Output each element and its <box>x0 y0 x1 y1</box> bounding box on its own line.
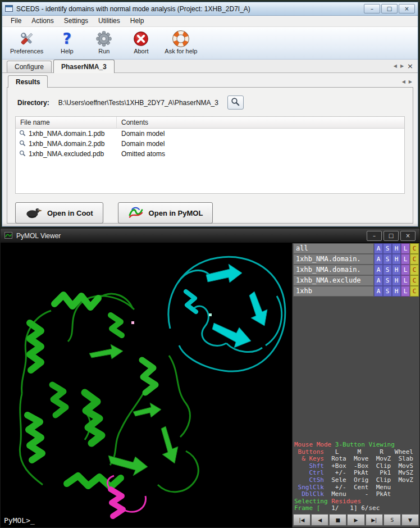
object-color-button[interactable]: C <box>410 275 419 286</box>
pymol-maximize-button[interactable]: □ <box>384 231 399 241</box>
vcr-menu-button[interactable]: ▼ <box>401 514 419 526</box>
object-action-button[interactable]: A <box>374 275 383 286</box>
gear-icon <box>95 30 113 48</box>
object-hide-button[interactable]: H <box>392 265 401 275</box>
viewport-3d[interactable]: PyMOL>_ <box>1 243 292 527</box>
results-next-icon[interactable]: ▶ <box>409 80 412 84</box>
object-name[interactable]: 1xhb_NMA.domain. <box>293 265 374 275</box>
tab-results[interactable]: Results <box>8 75 48 88</box>
object-color-button[interactable]: C <box>410 243 419 254</box>
magnifier-icon <box>19 130 26 138</box>
vcr-rewind-button[interactable]: |◀ <box>293 514 311 526</box>
object-name[interactable]: 1xhb_NMA.exclude <box>293 275 374 286</box>
object-action-button[interactable]: A <box>374 286 383 297</box>
results-prev-icon[interactable]: ◀ <box>402 80 405 84</box>
browse-directory-button[interactable] <box>227 95 244 110</box>
tab-next-icon[interactable]: ▶ <box>400 64 404 69</box>
protein-ribbon-graphic <box>1 243 292 528</box>
object-label-button[interactable]: L <box>401 243 410 254</box>
minimize-button[interactable]: – <box>364 4 380 13</box>
vcr-stop-button[interactable]: ■ <box>329 514 346 526</box>
vcr-scene-button[interactable]: S <box>384 514 401 526</box>
pymol-titlebar[interactable]: PyMOL Viewer – □ × <box>1 229 419 243</box>
menu-settings[interactable]: Settings <box>59 16 93 26</box>
object-name[interactable]: all <box>293 243 374 254</box>
close-icon: × <box>404 6 409 12</box>
file-contents: Domain model <box>117 140 404 148</box>
vcr-forward-button[interactable]: ▶| <box>366 514 383 526</box>
close-icon: × <box>405 233 410 239</box>
object-show-button[interactable]: S <box>383 286 392 297</box>
pymol-minimize-button[interactable]: – <box>367 231 382 241</box>
file-contents: Domain model <box>117 130 404 138</box>
object-name[interactable]: 1xhb_NMA.domain. <box>293 254 374 265</box>
object-name[interactable]: 1xhb <box>293 286 374 297</box>
object-hide-button[interactable]: H <box>392 286 401 297</box>
object-label-button[interactable]: L <box>401 275 410 286</box>
ask-for-help-button[interactable]: Ask for help <box>162 29 199 55</box>
pymol-side-panel: all A S H L C 1xhb_NMA.domain. A S H L C… <box>292 243 419 527</box>
pymol-ribbon-icon <box>128 206 144 220</box>
table-header: File name Contents <box>16 117 404 129</box>
tab-prev-icon[interactable]: ◀ <box>394 64 397 69</box>
maximize-button[interactable]: □ <box>381 4 398 13</box>
object-show-button[interactable]: S <box>383 243 392 254</box>
minimize-icon: – <box>373 233 376 239</box>
abort-icon <box>132 30 150 48</box>
command-prompt[interactable]: PyMOL>_ <box>4 516 35 525</box>
menu-file[interactable]: File <box>6 16 26 26</box>
tab-phasernma-3[interactable]: PhaserNMA_3 <box>53 60 115 73</box>
menu-actions[interactable]: Actions <box>26 16 58 26</box>
app-titlebar[interactable]: SCEDS - identify domains with normal mod… <box>2 2 418 16</box>
object-row: 1xhb_NMA.domain. A S H L C <box>293 265 419 275</box>
help-label: Help <box>61 48 74 54</box>
file-table: File name Contents 1xhb_NMA.domain.1.pdb… <box>15 116 405 194</box>
tab-close-icon[interactable]: × <box>407 62 413 70</box>
open-in-coot-button[interactable]: Open in Coot <box>15 202 103 224</box>
run-button[interactable]: Run <box>88 29 120 55</box>
object-label-button[interactable]: L <box>401 265 410 275</box>
ask-for-help-label: Ask for help <box>165 48 197 54</box>
object-show-button[interactable]: S <box>383 254 392 265</box>
object-show-button[interactable]: S <box>383 265 392 275</box>
close-button[interactable]: × <box>399 4 415 13</box>
column-file-name: File name <box>16 117 117 128</box>
scene-icon: S <box>390 517 394 523</box>
directory-value: B:\Users\oeffner\Tests\1XHB_2DY7_A\Phase… <box>58 99 218 107</box>
pymol-window: PyMOL Viewer – □ × <box>0 228 420 528</box>
object-show-button[interactable]: S <box>383 275 392 286</box>
object-action-button[interactable]: A <box>374 265 383 275</box>
app-icon <box>5 4 13 14</box>
directory-row: Directory: B:\Users\oeffner\Tests\1XHB_2… <box>17 95 403 110</box>
object-color-button[interactable]: C <box>410 286 419 297</box>
abort-button[interactable]: Abort <box>125 29 157 55</box>
object-row: 1xhb A S H L C <box>293 286 419 297</box>
open-in-pymol-button[interactable]: Open in PyMOL <box>118 202 213 224</box>
preferences-button[interactable]: Preferences <box>8 29 45 55</box>
object-action-button[interactable]: A <box>374 254 383 265</box>
table-row[interactable]: 1xhb_NMA.domain.1.pdb Domain model <box>16 129 404 139</box>
menu-utilities[interactable]: Utilities <box>93 16 125 26</box>
maximize-icon: □ <box>387 6 392 12</box>
vcr-back-button[interactable]: ◀ <box>311 514 328 526</box>
tab-configure[interactable]: Configure <box>7 61 52 72</box>
window-title: SCEDS - identify domains with normal mod… <box>16 5 363 13</box>
object-action-button[interactable]: A <box>374 243 383 254</box>
open-in-coot-label: Open in Coot <box>47 209 93 217</box>
object-label-button[interactable]: L <box>401 254 410 265</box>
object-hide-button[interactable]: H <box>392 243 401 254</box>
pymol-window-title: PyMOL Viewer <box>16 232 365 240</box>
vcr-play-button[interactable]: ▶ <box>347 514 364 526</box>
object-hide-button[interactable]: H <box>392 275 401 286</box>
object-color-button[interactable]: C <box>410 254 419 265</box>
table-row[interactable]: 1xhb_NMA.domain.2.pdb Domain model <box>16 139 404 149</box>
help-button[interactable]: ? Help <box>51 29 83 55</box>
object-row: all A S H L C <box>293 243 419 254</box>
table-row[interactable]: 1xhb_NMA.excluded.pdb Omitted atoms <box>16 149 404 159</box>
pymol-close-button[interactable]: × <box>400 231 416 241</box>
menu-help[interactable]: Help <box>125 16 149 26</box>
open-in-pymol-label: Open in PyMOL <box>149 209 203 217</box>
object-label-button[interactable]: L <box>401 286 410 297</box>
object-hide-button[interactable]: H <box>392 254 401 265</box>
object-color-button[interactable]: C <box>410 265 419 275</box>
